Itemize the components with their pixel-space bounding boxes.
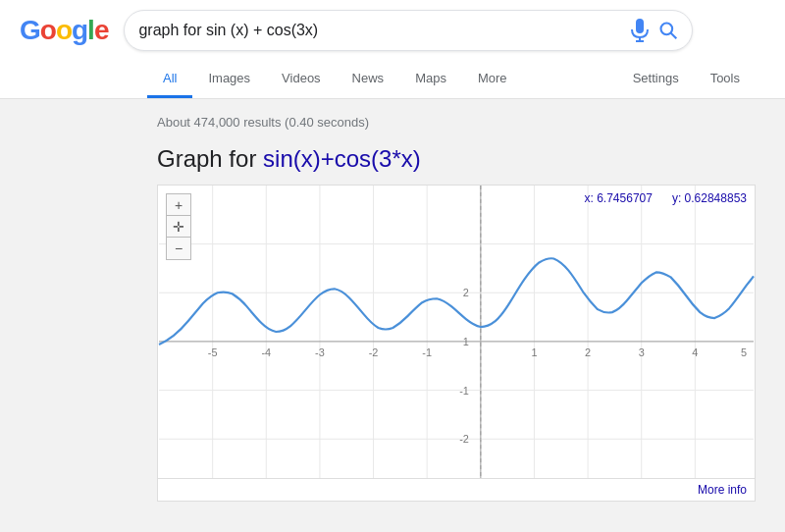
tab-settings[interactable]: Settings — [617, 61, 695, 98]
results-count: About 474,000 results (0.40 seconds) — [157, 115, 765, 130]
search-bar[interactable] — [124, 10, 693, 51]
svg-text:-1: -1 — [459, 385, 469, 397]
y-coord: y: 0.62848853 — [672, 191, 747, 205]
svg-text:5: 5 — [741, 346, 747, 358]
svg-text:-4: -4 — [261, 346, 271, 358]
tab-images[interactable]: Images — [192, 61, 266, 98]
search-icons — [631, 19, 678, 42]
zoom-in-button[interactable]: + — [167, 194, 190, 216]
header-top: Google — [20, 10, 765, 61]
svg-text:3: 3 — [639, 346, 645, 358]
svg-text:4: 4 — [692, 346, 698, 358]
svg-text:2: 2 — [463, 287, 469, 298]
svg-point-3 — [661, 24, 673, 35]
tab-tools[interactable]: Tools — [695, 61, 756, 98]
tab-maps[interactable]: Maps — [399, 61, 462, 98]
svg-text:-1: -1 — [422, 346, 432, 358]
tab-all[interactable]: All — [147, 61, 192, 98]
svg-text:1: 1 — [463, 336, 469, 347]
graph-heading-link[interactable]: sin(x)+cos(3*x) — [263, 145, 421, 172]
tab-news[interactable]: News — [337, 61, 400, 98]
graph-controls: + ✛ − — [166, 193, 191, 260]
microphone-icon[interactable] — [631, 19, 649, 42]
tab-videos[interactable]: Videos — [266, 61, 337, 98]
graph-coords: x: 6.7456707 y: 0.62848853 — [585, 191, 747, 205]
x-coord: x: 6.7456707 — [585, 191, 653, 205]
svg-text:-3: -3 — [315, 346, 325, 358]
zoom-out-button[interactable]: − — [167, 238, 190, 259]
tab-more[interactable]: More — [462, 61, 523, 98]
graph-svg[interactable]: -5 -4 -3 -2 -1 1 2 3 4 5 2 1 -1 -2 — [158, 186, 755, 478]
graph-heading-static: Graph for — [157, 145, 263, 172]
svg-line-4 — [671, 33, 677, 39]
nav-tabs: All Images Videos News Maps More Setting… — [20, 61, 765, 98]
svg-rect-0 — [636, 19, 644, 33]
svg-text:1: 1 — [531, 346, 537, 358]
search-submit-icon[interactable] — [658, 21, 678, 40]
svg-text:-2: -2 — [369, 346, 379, 358]
svg-text:-5: -5 — [208, 346, 218, 358]
svg-text:-2: -2 — [459, 433, 469, 445]
header: Google — [0, 0, 785, 99]
google-logo: Google — [20, 15, 108, 46]
svg-text:2: 2 — [585, 346, 591, 358]
pan-button[interactable]: ✛ — [167, 216, 190, 238]
main-content: About 474,000 results (0.40 seconds) Gra… — [0, 99, 785, 521]
more-info-link[interactable]: More info — [157, 479, 756, 502]
nav-right: Settings Tools — [617, 61, 765, 98]
graph-heading: Graph for sin(x)+cos(3*x) — [157, 145, 765, 173]
search-input[interactable] — [138, 22, 631, 39]
graph-container: + ✛ − x: 6.7456707 y: 0.62848853 — [157, 185, 756, 479]
svg-rect-5 — [159, 186, 754, 478]
